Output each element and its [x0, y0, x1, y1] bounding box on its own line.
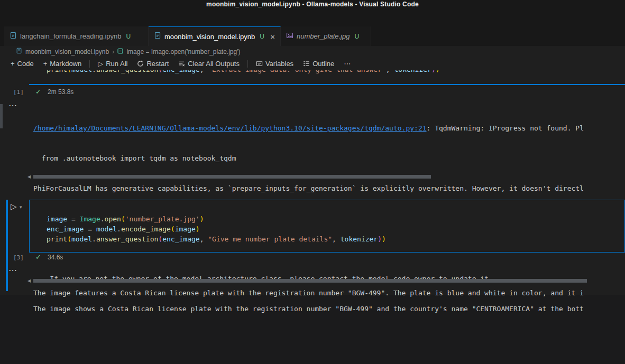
button-label: Variables — [265, 60, 293, 68]
text-token: enc_image — [162, 235, 199, 243]
button-label: Outline — [312, 60, 334, 68]
text-token: answer_question — [96, 235, 158, 243]
tab-label: moonbim_vision_model.ipynb — [164, 33, 255, 41]
scrollbar-thumb[interactable] — [33, 175, 431, 179]
tab-number-plate-jpg[interactable]: number_plate.jpg U — [281, 26, 371, 46]
text-token: ( — [171, 225, 175, 233]
tab-langchain-formula-reading[interactable]: langchain_formula_reading.ipynb U — [4, 26, 149, 46]
text-token: . — [92, 70, 96, 73]
code-line: image = Image.open('number_plate.jpg') — [47, 214, 624, 224]
text-token: ( — [121, 215, 125, 223]
output-line: The image features a Costa Rican license… — [33, 288, 584, 298]
text-token: ( — [67, 70, 71, 73]
text-token: ) — [382, 235, 386, 243]
toolbar-divider — [89, 60, 90, 68]
text-token: enc_image — [162, 70, 199, 73]
text-token: ( — [67, 235, 71, 243]
outline-button[interactable]: Outline — [299, 59, 338, 69]
breadcrumb-symbol[interactable]: image = Image.open('number_plate.jpg') — [126, 48, 240, 55]
text-token: Image — [80, 215, 100, 223]
output-link[interactable]: /home/himalay/Documents/LEARNING/Ollama-… — [33, 124, 427, 132]
code-line: print(model.answer_question(enc_image, '… — [47, 70, 625, 74]
cell1-code-editor-clipped[interactable]: print(model.answer_question(enc_image, '… — [47, 70, 625, 84]
cell2-code-editor[interactable]: image = Image.open('number_plate.jpg') e… — [29, 200, 625, 253]
scrollbar-fragment[interactable] — [0, 104, 3, 128]
clear-all-icon — [178, 60, 185, 67]
close-icon[interactable]: × — [270, 33, 275, 41]
variables-button[interactable]: Variables — [252, 59, 298, 69]
text-token: tokenizer — [341, 235, 378, 243]
git-untracked-badge: U — [260, 33, 264, 40]
text-token: ) — [196, 225, 200, 233]
execution-count: [3] — [13, 254, 24, 261]
text-token: , — [200, 70, 208, 73]
ellipsis-icon: ⋯ — [344, 60, 351, 67]
tab-moonbim-vision-model[interactable]: moonbim_vision_model.ipynb U × — [149, 26, 281, 46]
text-token: answer_question — [96, 70, 158, 73]
text-token: . — [117, 225, 121, 233]
cell1-focus-border — [29, 84, 625, 85]
text-token: model — [96, 225, 117, 233]
text-token: , — [332, 235, 341, 243]
tab-bar: langchain_formula_reading.ipynb U moonbi… — [0, 26, 625, 46]
output-options-icon[interactable]: ⋯ — [8, 266, 17, 275]
button-label: Markdown — [50, 60, 81, 68]
titlebar: moonbim_vision_model.ipynb - Ollama-mode… — [0, 0, 625, 8]
button-label: Restart — [146, 60, 169, 68]
more-actions-button[interactable]: ⋯ — [339, 59, 355, 68]
text-token: 'Extract image data: only give that answ… — [208, 70, 386, 73]
breadcrumb: moonbim_vision_model.ipynb › image = Ima… — [0, 46, 625, 57]
breadcrumb-file[interactable]: moonbim_vision_model.ipynb — [25, 48, 109, 55]
text-token: . — [92, 235, 96, 243]
run-cell-button[interactable]: ▷ — [11, 202, 17, 210]
button-label: Run All — [106, 60, 127, 68]
text-token: model — [71, 70, 92, 73]
vscode-window: moonbim_vision_model.ipynb - Ollama-mode… — [0, 0, 625, 364]
scroll-left-icon[interactable]: ◀ — [27, 175, 31, 179]
text-token: image — [175, 225, 196, 233]
text-token: from .autonotebook import tqdm as notebo… — [33, 154, 236, 162]
symbol-icon — [117, 48, 123, 55]
button-label: Clear All Outputs — [188, 60, 240, 68]
output-line: /home/himalay/Documents/LEARNING/Ollama-… — [33, 123, 584, 133]
output-options-icon[interactable]: ⋯ — [8, 101, 17, 110]
notebook-toolbar: + Code + Markdown ▷ Run All Restart Clea… — [0, 57, 625, 70]
chevron-down-icon[interactable]: ▾ — [20, 205, 22, 210]
code-line: enc_image = model.encode_image(image) — [47, 224, 624, 234]
restart-button[interactable]: Restart — [133, 59, 173, 69]
add-code-button[interactable]: + Code — [6, 59, 38, 69]
play-icon: ▷ — [98, 60, 103, 67]
text-token: , — [386, 70, 394, 73]
image-icon — [286, 32, 293, 41]
text-token: ) — [436, 70, 440, 73]
cell2-focus-indicator — [6, 200, 8, 291]
scrollbar-thumb[interactable] — [33, 279, 587, 283]
text-token: The image features a Costa Rican license… — [33, 289, 584, 297]
git-untracked-badge: U — [126, 33, 131, 40]
tab-label: langchain_formula_reading.ipynb — [20, 32, 122, 40]
text-token: , — [200, 235, 208, 243]
text-token: tokenizer — [394, 70, 431, 73]
execution-count: [1] — [13, 89, 24, 96]
notebook-icon — [16, 48, 22, 55]
text-token: ) — [431, 70, 436, 73]
clear-all-outputs-button[interactable]: Clear All Outputs — [174, 59, 244, 69]
notebook-icon — [10, 32, 17, 41]
text-token: image — [47, 215, 67, 223]
scroll-left-icon[interactable]: ◀ — [27, 279, 31, 283]
text-token: = — [84, 225, 96, 233]
execution-duration: 2m 53.8s — [48, 88, 73, 96]
outline-icon — [303, 60, 310, 67]
run-all-button[interactable]: ▷ Run All — [94, 59, 132, 69]
add-markdown-button[interactable]: + Markdown — [39, 59, 86, 69]
text-token: "Give me number plate details" — [208, 235, 332, 243]
text-token: open — [105, 215, 121, 223]
text-token: PhiForCausalLM has generative capabiliti… — [33, 184, 584, 192]
code-line: print(model.answer_question(enc_image, "… — [47, 234, 624, 244]
text-token: ) — [200, 215, 204, 223]
output-line: from .autonotebook import tqdm as notebo… — [33, 153, 584, 163]
text-token: : TqdmWarning: IProgress not found. Pl — [427, 124, 584, 132]
tab-label: number_plate.jpg — [297, 32, 350, 40]
success-check-icon: ✓ — [35, 88, 41, 96]
notebook-icon — [154, 32, 161, 41]
